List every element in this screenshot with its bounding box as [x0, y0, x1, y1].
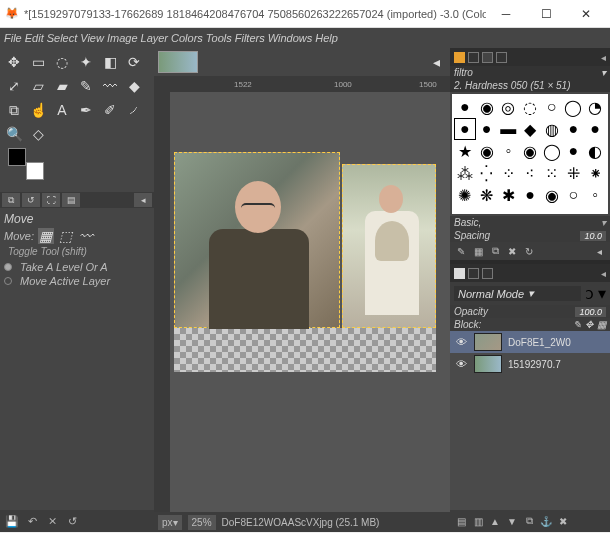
tab-item[interactable]: ↺: [22, 193, 40, 207]
brush-menu-icon[interactable]: ◂: [592, 244, 606, 258]
tab-patterns[interactable]: [468, 52, 479, 63]
brush-grid[interactable]: ●◉◎◌○◯◔ ●●▬◆◍●● ★◉◦◉◯●◐ ⁂⁛⁘⁖⁙⁜⁕ ✺❋✱●◉○◦: [452, 94, 608, 214]
delete-preset-icon[interactable]: ⨯: [44, 513, 60, 529]
lock-alpha-icon[interactable]: ▦: [597, 319, 606, 330]
bucket-icon[interactable]: ▰: [52, 76, 72, 96]
tab-item[interactable]: ⧉: [2, 193, 20, 207]
clone-icon[interactable]: ⧉: [4, 100, 24, 120]
rect-select-icon[interactable]: ▭: [28, 52, 48, 72]
raise-layer-icon[interactable]: ▲: [488, 514, 502, 528]
chevron-down-icon[interactable]: ▾: [598, 284, 606, 303]
fg-color-swatch[interactable]: [8, 148, 26, 166]
del-brush-icon[interactable]: ✖: [505, 244, 519, 258]
menu-help[interactable]: Help: [315, 32, 338, 44]
tab-history[interactable]: [496, 52, 507, 63]
save-preset-icon[interactable]: 💾: [4, 513, 20, 529]
menu-colors[interactable]: Colors: [171, 32, 203, 44]
menu-edit[interactable]: Edit: [25, 32, 44, 44]
wand-icon[interactable]: ✦: [76, 52, 96, 72]
zoom-level[interactable]: 25%: [188, 515, 216, 530]
visibility-icon[interactable]: 👁: [454, 357, 468, 371]
color-swatches[interactable]: [8, 148, 44, 180]
mode-selection-icon[interactable]: ⬚: [58, 228, 74, 244]
tab-menu-icon[interactable]: ◂: [601, 268, 606, 279]
refresh-brush-icon[interactable]: ↻: [522, 244, 536, 258]
layer-name[interactable]: DoF8E1_2W0: [508, 337, 571, 348]
layers-list: 👁 DoF8E1_2W0 👁 15192970.7: [450, 331, 610, 510]
dup-brush-icon[interactable]: ⧉: [488, 244, 502, 258]
tab-menu-icon[interactable]: ◂: [134, 193, 152, 207]
new-brush-icon[interactable]: ▦: [471, 244, 485, 258]
opacity-label: Opacity: [454, 306, 488, 317]
layer-image-2[interactable]: [342, 164, 436, 328]
minimize-button[interactable]: ─: [486, 0, 526, 28]
mode-toggle-icon[interactable]: ɔ: [585, 284, 594, 303]
tab-layers[interactable]: [454, 268, 465, 279]
measure-icon[interactable]: ⟋: [124, 100, 144, 120]
menu-filters[interactable]: Filters: [235, 32, 265, 44]
option-pick[interactable]: Take A Level Or A: [4, 261, 150, 273]
brush-icon[interactable]: 〰: [100, 76, 120, 96]
lasso-icon[interactable]: ◌: [52, 52, 72, 72]
layer-group-icon[interactable]: ▥: [471, 514, 485, 528]
move-tool-icon[interactable]: ✥: [4, 52, 24, 72]
layer-name[interactable]: 15192970.7: [508, 359, 561, 370]
bg-color-swatch[interactable]: [26, 162, 44, 180]
layer-row[interactable]: 👁 DoF8E1_2W0: [450, 331, 610, 353]
cage-icon[interactable]: ◇: [28, 124, 48, 144]
visibility-icon[interactable]: 👁: [454, 335, 468, 349]
unit-dropdown[interactable]: px ▾: [158, 515, 182, 530]
tab-menu-icon[interactable]: ◂: [426, 52, 446, 72]
lock-pixels-icon[interactable]: ✎: [573, 319, 581, 330]
opacity-value[interactable]: 100.0: [575, 307, 606, 317]
tab-channels[interactable]: [468, 268, 479, 279]
menu-windows[interactable]: Windows: [268, 32, 313, 44]
dup-layer-icon[interactable]: ⧉: [522, 514, 536, 528]
maximize-button[interactable]: ☐: [526, 0, 566, 28]
option-active-layer[interactable]: Move Active Layer: [4, 275, 150, 287]
text-tool-icon[interactable]: A: [52, 100, 72, 120]
close-button[interactable]: ✕: [566, 0, 606, 28]
menu-tools[interactable]: Tools: [206, 32, 232, 44]
chevron-down-icon[interactable]: ▾: [601, 67, 606, 78]
tab-brushes[interactable]: [454, 52, 465, 63]
tab-paths[interactable]: [482, 268, 493, 279]
bycolor-select-icon[interactable]: ◧: [100, 52, 120, 72]
mode-path-icon[interactable]: 〰: [78, 228, 94, 244]
shear-icon[interactable]: ▱: [28, 76, 48, 96]
edit-brush-icon[interactable]: ✎: [454, 244, 468, 258]
restore-icon[interactable]: ↶: [24, 513, 40, 529]
mode-layer-icon[interactable]: ▦: [38, 228, 54, 244]
menu-file[interactable]: File: [4, 32, 22, 44]
tab-fonts[interactable]: [482, 52, 493, 63]
spacing-value[interactable]: 10.0: [580, 231, 606, 241]
smudge-icon[interactable]: ☝: [28, 100, 48, 120]
blend-mode-dropdown[interactable]: Normal Mode ▾: [454, 286, 581, 301]
anchor-layer-icon[interactable]: ⚓: [539, 514, 553, 528]
pencil-icon[interactable]: ✎: [76, 76, 96, 96]
dock-tabs-top: ◂: [450, 48, 610, 66]
zoom-icon[interactable]: 🔍: [4, 124, 24, 144]
tab-item[interactable]: ▤: [62, 193, 80, 207]
new-layer-icon[interactable]: ▤: [454, 514, 468, 528]
layer-row[interactable]: 👁 15192970.7: [450, 353, 610, 375]
eyedropper-icon[interactable]: ✐: [100, 100, 120, 120]
menu-image[interactable]: Image: [107, 32, 138, 44]
menu-view[interactable]: View: [80, 32, 104, 44]
tab-menu-icon[interactable]: ◂: [601, 52, 606, 63]
canvas[interactable]: [170, 92, 450, 512]
lower-layer-icon[interactable]: ▼: [505, 514, 519, 528]
rotate-icon[interactable]: ⟳: [124, 52, 144, 72]
menu-select[interactable]: Select: [47, 32, 78, 44]
image-tab[interactable]: [158, 51, 198, 73]
lock-position-icon[interactable]: ✥: [585, 319, 593, 330]
scale-icon[interactable]: ⤢: [4, 76, 24, 96]
delete-layer-icon[interactable]: ✖: [556, 514, 570, 528]
tab-item[interactable]: ⛶: [42, 193, 60, 207]
layer-image-1[interactable]: [174, 152, 340, 328]
menu-layer[interactable]: Layer: [141, 32, 169, 44]
eraser-icon[interactable]: ◆: [124, 76, 144, 96]
reset-icon[interactable]: ↺: [64, 513, 80, 529]
tool-options-footer: 💾 ↶ ⨯ ↺: [0, 510, 154, 532]
path-icon[interactable]: ✒: [76, 100, 96, 120]
